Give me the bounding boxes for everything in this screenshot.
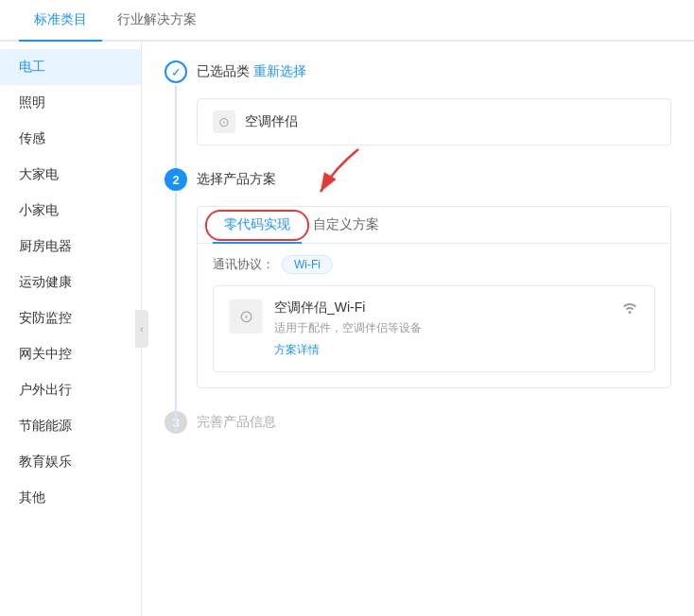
step1-header: ✓ 已选品类 重新选择 bbox=[165, 60, 671, 83]
protocol-row: 通讯协议： Wi-Fi bbox=[198, 244, 670, 285]
check-icon: ✓ bbox=[171, 65, 182, 79]
step2-connector-line bbox=[175, 193, 177, 432]
sidebar-collapse-button[interactable]: ‹ bbox=[135, 310, 148, 348]
protocol-label: 通讯协议： bbox=[213, 256, 274, 273]
tab-standard[interactable]: 标准类目 bbox=[19, 0, 102, 40]
protocol-wifi-tag[interactable]: Wi-Fi bbox=[282, 255, 333, 274]
tab-industry[interactable]: 行业解决方案 bbox=[102, 0, 212, 40]
sidebar-item-传感[interactable]: 传感 bbox=[0, 121, 141, 157]
step1-check-icon: ✓ bbox=[165, 60, 187, 83]
main-layout: 电工 照明 传感 大家电 小家电 厨房电器 运动健康 安防监控 网关中控 户外出… bbox=[0, 42, 694, 616]
step2-header: 2 选择产品方案 bbox=[165, 168, 671, 191]
tab-custom[interactable]: 自定义方案 bbox=[302, 207, 390, 243]
sidebar-item-运动健康[interactable]: 运动健康 bbox=[0, 265, 141, 300]
sidebar-item-教育娱乐[interactable]: 教育娱乐 bbox=[0, 444, 141, 480]
reselect-link[interactable]: 重新选择 bbox=[253, 63, 306, 80]
product-desc: 适用于配件，空调伴侣等设备 bbox=[274, 320, 639, 336]
sidebar-item-安防监控[interactable]: 安防监控 bbox=[0, 300, 141, 336]
selected-category-label: 空调伴侣 bbox=[245, 113, 298, 130]
tab-custom-label: 自定义方案 bbox=[313, 216, 379, 231]
sidebar-item-其他[interactable]: 其他 bbox=[0, 480, 141, 516]
sidebar: 电工 照明 传感 大家电 小家电 厨房电器 运动健康 安防监控 网关中控 户外出… bbox=[0, 42, 142, 616]
product-card: ⊙ 空调伴侣_Wi-Fi 适用于配件，空调伴侣等设备 方案详情 bbox=[213, 285, 655, 372]
outlet-icon: ⊙ bbox=[213, 111, 235, 133]
chevron-left-icon: ‹ bbox=[140, 324, 143, 334]
step3-title: 完善产品信息 bbox=[197, 414, 276, 431]
sidebar-item-大家电[interactable]: 大家电 bbox=[0, 157, 141, 193]
sidebar-item-照明[interactable]: 照明 bbox=[0, 85, 141, 121]
wifi-icon bbox=[620, 299, 639, 318]
sidebar-item-小家电[interactable]: 小家电 bbox=[0, 193, 141, 229]
step2-section: 2 选择产品方案 零代码实现 自定义方案 bbox=[165, 168, 671, 388]
step2-title: 选择产品方案 bbox=[197, 171, 276, 188]
selected-category-box: ⊙ 空调伴侣 bbox=[197, 98, 671, 145]
step3-section: 3 完善产品信息 bbox=[165, 411, 671, 434]
solution-panel: 零代码实现 自定义方案 通讯协议： Wi-Fi bbox=[197, 206, 671, 388]
sidebar-item-节能能源[interactable]: 节能能源 bbox=[0, 408, 141, 444]
sidebar-item-厨房电器[interactable]: 厨房电器 bbox=[0, 229, 141, 265]
sidebar-item-电工[interactable]: 电工 bbox=[0, 49, 141, 85]
solution-tabs: 零代码实现 自定义方案 bbox=[198, 207, 670, 244]
product-icon: ⊙ bbox=[229, 299, 263, 334]
sidebar-item-网关中控[interactable]: 网关中控 bbox=[0, 336, 141, 372]
product-detail-link[interactable]: 方案详情 bbox=[274, 342, 639, 358]
top-tabs: 标准类目 行业解决方案 bbox=[0, 0, 694, 42]
step2-badge: 2 bbox=[165, 168, 187, 191]
tab-zero-code-label: 零代码实现 bbox=[224, 216, 290, 231]
content-area: ✓ 已选品类 重新选择 ⊙ 空调伴侣 2 选择产品方案 bbox=[142, 42, 694, 616]
page-wrapper: 标准类目 行业解决方案 电工 照明 传感 大家电 小家电 厨房电器 运动健康 安… bbox=[0, 0, 694, 616]
tab-zero-code[interactable]: 零代码实现 bbox=[213, 207, 302, 243]
step1-label: 已选品类 bbox=[197, 63, 250, 80]
product-title: 空调伴侣_Wi-Fi bbox=[274, 299, 639, 317]
sidebar-item-户外出行[interactable]: 户外出行 bbox=[0, 372, 141, 408]
product-info: 空调伴侣_Wi-Fi 适用于配件，空调伴侣等设备 方案详情 bbox=[274, 299, 639, 358]
step1-section: ✓ 已选品类 重新选择 ⊙ 空调伴侣 bbox=[165, 60, 671, 145]
